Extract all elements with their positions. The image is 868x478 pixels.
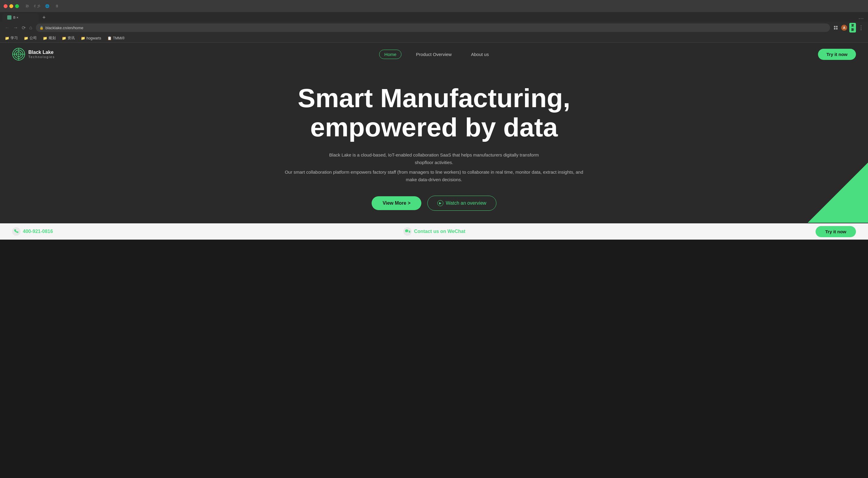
minimize-button[interactable] xyxy=(9,4,13,8)
nav-links: Home Product Overview About us xyxy=(379,50,494,59)
profile-icon[interactable]: A xyxy=(841,24,847,31)
back-button[interactable]: ← xyxy=(4,24,11,31)
bookmark-label: 公司 xyxy=(30,36,37,41)
logo-name: Black Lake xyxy=(28,49,55,55)
logo-text: Black Lake Technologies xyxy=(28,49,55,59)
home-button[interactable]: ⌂ xyxy=(28,24,33,31)
bookmark-label: TMMi® xyxy=(113,36,125,40)
bookmark-规划[interactable]: 📁 规划 xyxy=(41,35,57,41)
tmmi-icon: 📋 xyxy=(107,36,112,40)
folder-icon: 📁 xyxy=(5,36,9,40)
svg-rect-0 xyxy=(834,26,835,27)
nav-try-it-button[interactable]: Try it now xyxy=(818,49,856,60)
traffic-lights xyxy=(4,4,19,8)
bookmark-tmmi[interactable]: 📋 TMMi® xyxy=(106,36,126,41)
tab-title: B × xyxy=(13,15,19,19)
logo-svg-icon xyxy=(12,47,25,61)
footer-wechat[interactable]: Contact us on WeChat xyxy=(403,227,465,236)
forward-button[interactable]: → xyxy=(12,24,19,31)
nav-link-product-overview[interactable]: Product Overview xyxy=(411,50,456,59)
footer-try-it-button[interactable]: Try it now xyxy=(815,226,856,237)
svg-rect-3 xyxy=(836,28,838,30)
bookmarks-bar: 📁 学习 📁 公司 📁 规划 📁 资讯 📁 hogwarts 📋 TMMi® xyxy=(0,34,868,43)
phone-number: 400-921-0816 xyxy=(23,229,53,234)
nav-buttons: ← → ⟳ ⌂ xyxy=(4,24,33,31)
svg-rect-1 xyxy=(836,26,838,27)
update-button[interactable]: 更新 xyxy=(849,24,856,31)
url-text: blacklake.cn/en/home xyxy=(45,26,84,30)
watch-overview-button[interactable]: ▶ Watch an overview xyxy=(427,196,496,211)
toolbar-icons: A 更新 ⋮ xyxy=(832,24,864,31)
tab-favicon xyxy=(7,15,11,20)
close-button[interactable] xyxy=(4,4,7,8)
logo[interactable]: Black Lake Technologies xyxy=(12,47,55,61)
site-nav: Black Lake Technologies Home Product Ove… xyxy=(0,43,868,66)
folder-icon: 📁 xyxy=(62,36,66,40)
green-triangle-decoration xyxy=(808,163,868,223)
bookmark-公司[interactable]: 📁 公司 xyxy=(23,35,38,41)
watch-overview-label: Watch an overview xyxy=(446,201,487,206)
website-content: Black Lake Technologies Home Product Ove… xyxy=(0,43,868,224)
maximize-button[interactable] xyxy=(15,4,19,8)
extensions-icon[interactable] xyxy=(832,24,839,31)
bookmark-hogwarts[interactable]: 📁 hogwarts xyxy=(80,36,102,41)
wechat-icon xyxy=(403,227,412,236)
browser-titlebar: 孙 彳彡 🌐 🗓 xyxy=(0,0,868,12)
hero-subtitle1: Black Lake is a cloud-based, IoT-enabled… xyxy=(326,151,542,166)
nav-link-about[interactable]: About us xyxy=(466,50,494,59)
bookmark-label: 规划 xyxy=(49,36,56,41)
bookmark-label: hogwarts xyxy=(87,36,101,40)
play-icon: ▶ xyxy=(437,200,443,206)
hero-subtitle2: Our smart collaboration platform empower… xyxy=(283,168,585,183)
nav-link-home[interactable]: Home xyxy=(379,50,401,59)
phone-icon xyxy=(12,227,21,236)
address-bar[interactable]: 🔒 blacklake.cn/en/home xyxy=(36,24,830,32)
view-more-button[interactable]: View More > xyxy=(372,196,421,210)
logo-sub: Technologies xyxy=(28,55,55,59)
folder-icon: 📁 xyxy=(43,36,47,40)
folder-icon: 📁 xyxy=(81,36,85,40)
bookmark-label: 资讯 xyxy=(67,36,75,41)
active-tab[interactable]: B × xyxy=(2,13,38,22)
menu-icon[interactable]: ⋮ xyxy=(858,24,864,31)
hero-buttons: View More > ▶ Watch an overview xyxy=(372,196,496,211)
lock-icon: 🔒 xyxy=(39,26,44,30)
svg-rect-2 xyxy=(834,28,835,30)
browser-toolbar: ← → ⟳ ⌂ 🔒 blacklake.cn/en/home A 更新 xyxy=(0,22,868,34)
hero-title: Smart Manufacturing, empowered by data xyxy=(298,84,570,142)
footer-phone[interactable]: 400-921-0816 xyxy=(12,227,53,236)
footer-bar: 400-921-0816 Contact us on WeChat Try it… xyxy=(0,224,868,240)
folder-icon: 📁 xyxy=(24,36,28,40)
reload-button[interactable]: ⟳ xyxy=(21,24,27,31)
browser-chrome: 孙 彳彡 🌐 🗓 B × + ⋯ ← → ⟳ ⌂ 🔒 blacklake.cn/… xyxy=(0,0,868,43)
bookmark-资讯[interactable]: 📁 资讯 xyxy=(61,35,76,41)
hero-section: Smart Manufacturing, empowered by data B… xyxy=(0,66,868,223)
window-controls[interactable]: ⋯ xyxy=(857,15,866,22)
browser-tabs-bar: B × + ⋯ xyxy=(0,12,868,22)
wechat-label: Contact us on WeChat xyxy=(414,229,465,234)
bookmark-label: 学习 xyxy=(10,36,18,41)
new-tab-button[interactable]: + xyxy=(40,13,48,22)
bookmark-学习[interactable]: 📁 学习 xyxy=(4,35,19,41)
